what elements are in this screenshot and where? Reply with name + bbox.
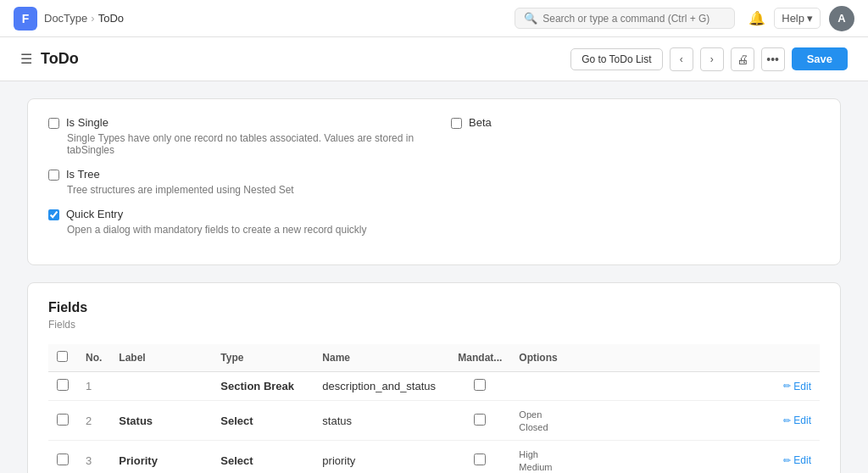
row-type: Section Break xyxy=(212,372,314,401)
row-check-cell xyxy=(48,401,77,441)
is-tree-row: Is Tree xyxy=(48,168,417,181)
row-checkbox[interactable] xyxy=(57,414,69,426)
row-check-cell xyxy=(48,372,77,401)
main-content: Is Single Single Types have only one rec… xyxy=(0,81,868,473)
is-single-row: Is Single xyxy=(48,116,417,129)
fields-table-body: 1 Section Break description_and_status ✏… xyxy=(48,372,820,474)
fields-table: No. Label Type Name Mandat... Options 1 … xyxy=(48,344,820,473)
row-options: HighMedium xyxy=(510,441,769,474)
go-to-list-button[interactable]: Go to ToDo List xyxy=(570,48,663,70)
row-no: 1 xyxy=(77,372,110,401)
top-navigation: F DocType › ToDo 🔍 🔔 Help ▾ A xyxy=(0,0,868,37)
mandatory-checkbox[interactable] xyxy=(474,454,486,465)
quick-entry-checkbox[interactable] xyxy=(48,209,59,220)
help-button[interactable]: Help ▾ xyxy=(774,8,821,29)
edit-icon: ✏ xyxy=(783,455,791,466)
avatar[interactable]: A xyxy=(829,6,854,31)
next-record-button[interactable]: › xyxy=(700,47,724,71)
breadcrumb-todo[interactable]: ToDo xyxy=(98,12,124,25)
more-options-button[interactable]: ••• xyxy=(761,47,785,71)
table-row: 2 Status Select status OpenClosed ✏ Edit xyxy=(48,401,820,441)
row-checkbox[interactable] xyxy=(57,379,69,391)
row-edit-cell: ✏ Edit xyxy=(769,401,820,441)
chevron-down-icon: ▾ xyxy=(807,12,813,25)
app-logo: F xyxy=(14,7,37,31)
search-bar[interactable]: 🔍 xyxy=(515,8,735,29)
th-edit xyxy=(769,344,820,372)
breadcrumb-sep-1: › xyxy=(91,12,94,25)
th-check xyxy=(48,344,77,372)
fields-section-title: Fields xyxy=(48,300,820,315)
row-options: OpenClosed xyxy=(510,401,769,441)
th-options: Options xyxy=(510,344,769,372)
is-tree-label: Is Tree xyxy=(66,168,100,181)
row-mandatory xyxy=(449,372,510,401)
options-col-left: Is Single Single Types have only one rec… xyxy=(48,116,417,248)
table-row: 3 Priority Select priority HighMedium ✏ … xyxy=(48,441,820,474)
mandatory-checkbox[interactable] xyxy=(474,414,486,426)
fields-table-head: No. Label Type Name Mandat... Options xyxy=(48,344,820,372)
options-col-right: Beta xyxy=(451,116,820,248)
quick-entry-desc: Open a dialog with mandatory fields to c… xyxy=(67,224,417,236)
row-label: Status xyxy=(110,401,212,441)
search-icon: 🔍 xyxy=(524,12,537,25)
edit-icon: ✏ xyxy=(783,381,791,392)
th-name: Name xyxy=(314,344,449,372)
print-button[interactable]: 🖨 xyxy=(731,47,754,71)
row-check-cell xyxy=(48,441,77,474)
mandatory-checkbox[interactable] xyxy=(474,379,486,391)
notification-bell-icon[interactable]: 🔔 xyxy=(748,10,765,26)
quick-entry-row: Quick Entry xyxy=(48,208,417,220)
row-label: Priority xyxy=(110,441,212,474)
options-two-col: Is Single Single Types have only one rec… xyxy=(48,116,820,248)
is-tree-desc: Tree structures are implemented using Ne… xyxy=(67,184,417,196)
topnav-actions: 🔔 Help ▾ A xyxy=(748,6,854,31)
sidebar-toggle-icon[interactable]: ☰ xyxy=(20,51,32,67)
edit-link[interactable]: ✏ Edit xyxy=(777,415,811,426)
row-mandatory xyxy=(449,401,510,441)
row-no: 2 xyxy=(77,401,110,441)
is-single-checkbox[interactable] xyxy=(48,118,59,129)
breadcrumb-doctype[interactable]: DocType xyxy=(44,12,87,25)
beta-row: Beta xyxy=(451,116,820,129)
row-options xyxy=(510,372,769,401)
row-edit-cell: ✏ Edit xyxy=(769,441,820,474)
row-checkbox[interactable] xyxy=(57,454,69,465)
table-header-row: No. Label Type Name Mandat... Options xyxy=(48,344,820,372)
is-single-label: Is Single xyxy=(66,116,108,129)
is-tree-checkbox[interactable] xyxy=(48,170,59,181)
page-title: ToDo xyxy=(41,50,79,68)
th-type: Type xyxy=(212,344,314,372)
edit-link[interactable]: ✏ Edit xyxy=(777,454,811,466)
row-mandatory xyxy=(449,441,510,474)
save-button[interactable]: Save xyxy=(792,47,848,70)
breadcrumb: DocType › ToDo xyxy=(44,12,124,25)
fields-section-subtitle: Fields xyxy=(48,319,820,331)
row-edit-cell: ✏ Edit xyxy=(769,372,820,401)
row-type: Select xyxy=(212,441,314,474)
prev-record-button[interactable]: ‹ xyxy=(670,47,693,71)
page-header-left: ☰ ToDo xyxy=(20,50,79,68)
fields-card: Fields Fields No. Label Type Name Mandat… xyxy=(27,282,841,473)
search-input[interactable] xyxy=(542,13,726,25)
row-name: priority xyxy=(314,441,449,474)
page-header: ☰ ToDo Go to ToDo List ‹ › 🖨 ••• Save xyxy=(0,37,868,81)
th-mandatory: Mandat... xyxy=(449,344,510,372)
row-name: description_and_status xyxy=(314,372,449,401)
row-label xyxy=(110,372,212,401)
is-single-desc: Single Types have only one record no tab… xyxy=(67,132,417,156)
beta-checkbox[interactable] xyxy=(451,118,462,129)
edit-icon: ✏ xyxy=(783,415,791,426)
options-card: Is Single Single Types have only one rec… xyxy=(27,98,841,265)
th-label: Label xyxy=(110,344,212,372)
row-type: Select xyxy=(212,401,314,441)
select-all-checkbox[interactable] xyxy=(57,351,68,362)
page-header-right: Go to ToDo List ‹ › 🖨 ••• Save xyxy=(570,47,848,71)
th-no: No. xyxy=(77,344,110,372)
row-no: 3 xyxy=(77,441,110,474)
quick-entry-label: Quick Entry xyxy=(66,208,123,220)
edit-link[interactable]: ✏ Edit xyxy=(777,381,811,392)
beta-label: Beta xyxy=(469,116,492,129)
table-row: 1 Section Break description_and_status ✏… xyxy=(48,372,820,401)
row-name: status xyxy=(314,401,449,441)
